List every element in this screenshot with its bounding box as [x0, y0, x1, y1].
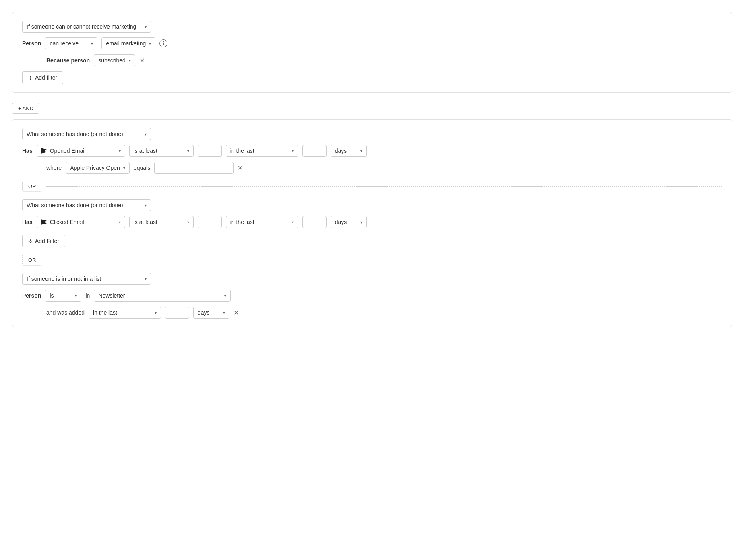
email-marketing-dropdown[interactable]: email marketing ▾: [101, 37, 155, 49]
email-marketing-chevron: ▾: [149, 41, 151, 46]
clicked-in-the-last-dropdown[interactable]: in the last ▾: [226, 216, 298, 228]
list-person-label: Person: [22, 292, 41, 299]
because-row: Because person subscribed ▾ ✕: [46, 54, 722, 66]
was-added-label: and was added: [46, 309, 85, 316]
clicked-add-filter-button[interactable]: ⊹ Add Filter: [22, 235, 65, 247]
add-filter-button[interactable]: ⊹ Add filter: [22, 71, 63, 84]
opened-email-flag-icon: [41, 148, 47, 154]
clicked-email-section: What someone has done (or not done) ▾ Ha…: [22, 199, 722, 247]
where-close-icon[interactable]: ✕: [238, 164, 243, 172]
info-icon[interactable]: ℹ: [159, 39, 167, 47]
was-added-period-dropdown[interactable]: days ▾: [193, 307, 229, 319]
opened-email-chevron: ▾: [119, 149, 121, 153]
and-connector[interactable]: + AND: [12, 97, 732, 119]
where-row: where Apple Privacy Open ▾ equals False …: [46, 162, 722, 174]
equals-value-input[interactable]: False: [154, 162, 234, 174]
clicked-time-chevron: ▾: [292, 220, 294, 224]
clicked-email-dropdown[interactable]: Clicked Email ▾: [37, 216, 125, 228]
opened-what-done-chevron: ▾: [145, 132, 147, 136]
list-main-row: If someone is in or not in a list ▾: [22, 273, 722, 285]
or-button-1[interactable]: OR: [22, 181, 42, 192]
or-line-inner-2: OR: [22, 251, 722, 270]
dashed-line-2: [46, 260, 722, 260]
main-condition-row: If someone can or cannot receive marketi…: [22, 21, 722, 33]
was-added-days-input[interactable]: 60: [165, 307, 189, 319]
newsletter-dropdown[interactable]: Newsletter ▾: [94, 290, 231, 302]
and-label: + AND: [18, 105, 33, 111]
equals-label: equals: [134, 165, 150, 171]
opened-email-row: Has Opened Email ▾ is at least ▾ 1 in th…: [22, 145, 722, 157]
newsletter-label: Newsletter: [98, 292, 125, 299]
list-condition-section: If someone is in or not in a list ▾ Pers…: [22, 273, 722, 319]
clicked-what-done-dropdown[interactable]: What someone has done (or not done) ▾: [22, 199, 151, 211]
was-added-row: and was added in the last ▾ 60 days ▾ ✕: [46, 307, 722, 319]
was-added-period-label: days: [198, 309, 210, 316]
list-condition-label: If someone is in or not in a list: [27, 276, 101, 282]
or-connector-2: OR: [22, 251, 722, 270]
clicked-is-at-least-label: is at least: [134, 219, 157, 225]
clicked-condition-chevron: ▾: [187, 220, 189, 224]
clicked-email-flag-icon: [41, 219, 47, 225]
clicked-email-label: Clicked Email: [50, 219, 84, 225]
has-label-2: Has: [22, 219, 33, 225]
was-added-time-chevron: ▾: [155, 311, 157, 315]
clicked-email-main-row: What someone has done (or not done) ▾: [22, 199, 722, 211]
clicked-count-input[interactable]: 1: [198, 216, 222, 228]
because-close-icon[interactable]: ✕: [139, 57, 145, 64]
clicked-add-filter-label: Add Filter: [35, 238, 59, 244]
action-condition-block: What someone has done (or not done) ▾ Ha…: [12, 119, 732, 327]
clicked-days-input[interactable]: 60: [302, 216, 327, 228]
opened-count-input[interactable]: 1: [198, 145, 222, 157]
has-label-1: Has: [22, 148, 33, 154]
subscribed-dropdown[interactable]: subscribed ▾: [94, 54, 135, 66]
in-label: in: [85, 292, 90, 299]
was-added-time-dropdown[interactable]: in the last ▾: [89, 307, 161, 319]
opened-what-done-dropdown[interactable]: What someone has done (or not done) ▾: [22, 128, 151, 140]
was-added-time-label: in the last: [93, 309, 117, 316]
apple-privacy-dropdown[interactable]: Apple Privacy Open ▾: [66, 162, 130, 174]
apple-privacy-label: Apple Privacy Open: [70, 165, 120, 171]
or-connector-1: OR: [22, 177, 722, 196]
list-is-chevron: ▾: [75, 294, 77, 298]
add-filter-label: Add filter: [35, 74, 57, 81]
opened-email-section: What someone has done (or not done) ▾ Ha…: [22, 128, 722, 174]
email-marketing-label: email marketing: [106, 40, 146, 47]
was-added-close-icon[interactable]: ✕: [234, 309, 239, 317]
opened-email-dropdown[interactable]: Opened Email ▾: [37, 145, 125, 157]
and-button[interactable]: + AND: [12, 103, 39, 114]
clicked-days-label: days: [335, 219, 347, 225]
opened-what-done-label: What someone has done (or not done): [27, 131, 123, 137]
clicked-add-filter-row: ⊹ Add Filter: [22, 233, 722, 247]
or-label-1: OR: [28, 183, 36, 189]
or-button-2[interactable]: OR: [22, 255, 42, 266]
can-receive-label: can receive: [50, 40, 79, 47]
or-label-2: OR: [28, 257, 36, 263]
clicked-in-the-last-label: in the last: [230, 219, 254, 225]
opened-days-dropdown[interactable]: days ▾: [331, 145, 367, 157]
can-receive-chevron: ▾: [91, 41, 93, 46]
can-receive-dropdown[interactable]: can receive ▾: [45, 37, 97, 49]
list-condition-dropdown[interactable]: If someone is in or not in a list ▾: [22, 273, 151, 285]
marketing-condition-dropdown[interactable]: If someone can or cannot receive marketi…: [22, 21, 151, 33]
clicked-period-chevron: ▾: [360, 220, 362, 224]
opened-days-input[interactable]: 60: [302, 145, 327, 157]
clicked-filter-icon: ⊹: [28, 238, 33, 244]
list-is-label: is: [50, 292, 54, 299]
opened-in-the-last-dropdown[interactable]: in the last ▾: [226, 145, 298, 157]
marketing-condition-block: If someone can or cannot receive marketi…: [12, 12, 732, 93]
list-is-dropdown[interactable]: is ▾: [45, 290, 81, 302]
opened-days-label: days: [335, 148, 347, 154]
subscribed-chevron: ▾: [129, 58, 131, 63]
person-label: Person: [22, 40, 41, 47]
or-line-inner-1: OR: [22, 177, 722, 196]
clicked-is-at-least-dropdown[interactable]: is at least ▾: [129, 216, 194, 228]
clicked-days-dropdown[interactable]: days ▾: [331, 216, 367, 228]
was-added-period-chevron: ▾: [223, 311, 225, 315]
clicked-what-done-chevron: ▾: [145, 203, 147, 208]
opened-is-at-least-dropdown[interactable]: is at least ▾: [129, 145, 194, 157]
filter-icon: ⊹: [28, 75, 33, 81]
newsletter-chevron: ▾: [224, 294, 226, 298]
clicked-what-done-label: What someone has done (or not done): [27, 202, 123, 208]
where-label: where: [46, 165, 62, 171]
opened-email-label: Opened Email: [50, 148, 86, 154]
